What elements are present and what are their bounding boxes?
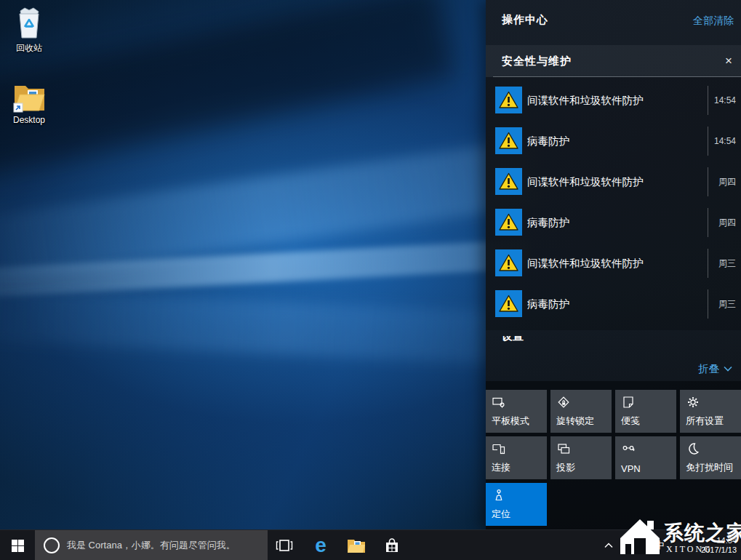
chevron-down-icon <box>724 366 732 372</box>
notification-row[interactable]: 间谍软件和垃圾软件防护 周四 <box>486 166 741 198</box>
touch-keyboard-icon <box>621 542 633 550</box>
notification-row[interactable]: 病毒防护 周四 <box>486 207 741 239</box>
notification-divider <box>708 208 708 237</box>
tablet-mode-icon <box>492 395 506 409</box>
notification-title: 病毒防护 <box>527 207 569 239</box>
action-center-title: 操作中心 <box>502 13 548 27</box>
warning-icon <box>495 249 522 276</box>
project-icon <box>556 441 571 456</box>
vpn-icon <box>621 441 636 456</box>
cortana-search-input[interactable]: 我是 Cortana，小娜。有问题尽管问我。 <box>35 530 268 560</box>
quick-action-all-settings[interactable]: 所有设置 <box>680 390 741 433</box>
quick-actions-grid: 平板模式 旋转锁定 便笺 所有设置 连接 投影 VPN 免打扰时间 <box>486 381 741 529</box>
tray-show-hidden-icons[interactable] <box>603 530 614 560</box>
notification-row[interactable]: 病毒防护 周三 <box>486 288 741 320</box>
notification-group-header: 安全性与维护 × <box>486 45 741 77</box>
clock-time: 14:54 <box>716 536 737 545</box>
folder-shortcut-icon <box>12 81 47 113</box>
start-button[interactable] <box>0 530 35 560</box>
notification-time: 周三 <box>718 288 736 320</box>
quick-action-quiet-hours[interactable]: 免打扰时间 <box>680 436 741 479</box>
notification-divider <box>708 127 708 156</box>
warning-icon <box>495 127 522 154</box>
warning-icon <box>495 209 522 236</box>
notification-title: 病毒防护 <box>527 288 569 320</box>
quick-action-location[interactable]: 定位 <box>486 483 547 526</box>
location-icon <box>492 488 506 503</box>
clipped-group-header: 设置 <box>502 336 647 345</box>
clock-date: 2017/1/13 <box>701 545 737 555</box>
wallpaper-dark-wedge <box>0 0 455 184</box>
note-icon <box>621 395 636 409</box>
close-icon[interactable]: × <box>725 45 732 77</box>
store-bag-icon <box>383 537 401 554</box>
file-explorer-button[interactable] <box>345 530 367 560</box>
clear-all-link[interactable]: 全部清除 <box>693 15 734 28</box>
notification-row[interactable]: 间谍软件和垃圾软件防护 14:54 <box>486 84 741 116</box>
quick-action-note[interactable]: 便笺 <box>615 390 676 433</box>
windows-logo-icon <box>12 540 24 552</box>
quick-action-connect[interactable]: 连接 <box>486 436 547 479</box>
notification-row[interactable]: 间谍软件和垃圾软件防护 周三 <box>486 247 741 279</box>
tray-ime-indicator[interactable]: 中 <box>652 530 668 560</box>
search-placeholder: 我是 Cortana，小娜。有问题尽管问我。 <box>67 539 236 552</box>
warning-icon <box>495 290 522 317</box>
collapse-label: 折叠 <box>698 362 719 376</box>
warning-icon <box>495 168 522 195</box>
recycle-bin-label: 回收站 <box>4 42 54 55</box>
tray-clock[interactable]: 14:54 2017/1/13 <box>686 530 740 560</box>
rotation-lock-icon <box>556 395 571 409</box>
task-view-icon <box>276 538 293 553</box>
settings-gear-icon <box>686 395 700 409</box>
notification-title: 间谍软件和垃圾软件防护 <box>527 84 644 116</box>
taskbar: 我是 Cortana，小娜。有问题尽管问我。 e <box>0 529 741 560</box>
notification-divider <box>708 167 708 196</box>
desktop-icon-recycle-bin[interactable]: 回收站 <box>4 4 54 55</box>
action-center-panel: 操作中心 全部清除 安全性与维护 × 间谍软件和垃圾软件防护 14:54 病毒防… <box>486 0 741 529</box>
file-explorer-icon <box>347 537 366 553</box>
notification-list: 间谍软件和垃圾软件防护 14:54 病毒防护 14:54 间谍软件和垃圾软件防护… <box>486 77 741 330</box>
notification-divider <box>708 289 708 319</box>
quick-action-rotation-lock[interactable]: 旋转锁定 <box>550 390 612 433</box>
quiet-hours-moon-icon <box>686 441 700 456</box>
edge-icon: e <box>315 532 327 559</box>
recycle-bin-icon <box>13 4 45 41</box>
collapse-link[interactable]: 折叠 <box>698 361 732 377</box>
cortana-icon <box>44 537 60 553</box>
notification-time: 周四 <box>718 166 736 198</box>
desktop-icon-desktop-folder[interactable]: Desktop <box>4 81 54 125</box>
notification-time: 14:54 <box>714 84 736 116</box>
connect-icon <box>492 441 506 456</box>
wallpaper-light-beam <box>0 287 510 364</box>
edge-browser-button[interactable]: e <box>310 530 332 560</box>
notification-title: 间谍软件和垃圾软件防护 <box>527 166 644 198</box>
notification-row[interactable]: 病毒防护 14:54 <box>486 125 741 157</box>
quick-action-vpn[interactable]: VPN <box>615 436 676 479</box>
task-view-button[interactable] <box>274 530 295 560</box>
warning-icon <box>495 87 522 113</box>
notification-divider <box>708 249 708 278</box>
notification-title: 间谍软件和垃圾软件防护 <box>527 247 644 279</box>
notification-time: 周四 <box>718 207 736 239</box>
group-title: 安全性与维护 <box>502 45 572 77</box>
chevron-up-icon <box>604 543 613 548</box>
notification-time: 14:54 <box>714 125 736 157</box>
store-button[interactable] <box>381 530 403 560</box>
tray-touch-keyboard-button[interactable] <box>620 530 634 560</box>
quick-action-project[interactable]: 投影 <box>550 436 612 479</box>
quick-action-tablet-mode[interactable]: 平板模式 <box>486 390 547 433</box>
notification-time: 周三 <box>718 247 736 279</box>
desktop-folder-label: Desktop <box>4 115 54 125</box>
notification-divider <box>708 86 708 115</box>
notification-title: 病毒防护 <box>527 125 569 157</box>
